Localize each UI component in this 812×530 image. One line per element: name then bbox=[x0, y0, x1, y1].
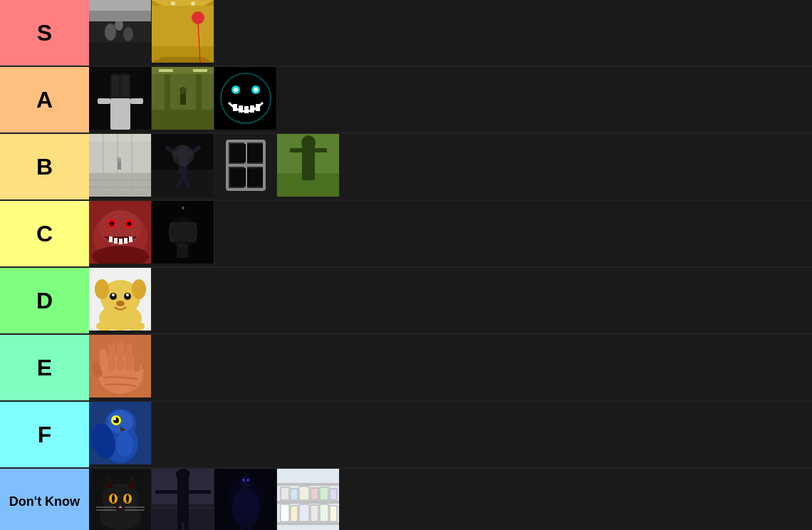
tier-item[interactable] bbox=[89, 402, 152, 464]
svg-rect-118 bbox=[125, 343, 132, 370]
tier-item[interactable] bbox=[89, 134, 152, 197]
svg-point-32 bbox=[179, 87, 187, 94]
tier-items-s bbox=[89, 0, 812, 66]
tier-item[interactable] bbox=[89, 0, 152, 63]
svg-rect-34 bbox=[193, 69, 207, 72]
tier-item[interactable] bbox=[152, 201, 214, 264]
svg-point-13 bbox=[171, 1, 175, 6]
svg-rect-7 bbox=[89, 0, 152, 11]
svg-rect-24 bbox=[130, 98, 143, 104]
tier-item[interactable] bbox=[214, 134, 277, 197]
svg-point-163 bbox=[228, 479, 264, 515]
svg-rect-171 bbox=[311, 488, 318, 500]
svg-rect-117 bbox=[117, 342, 124, 370]
svg-rect-177 bbox=[311, 505, 318, 521]
tier-row-s: S bbox=[0, 0, 812, 67]
svg-point-104 bbox=[95, 279, 109, 299]
svg-point-40 bbox=[254, 88, 258, 92]
svg-point-129 bbox=[116, 432, 133, 457]
svg-rect-33 bbox=[159, 69, 173, 72]
svg-rect-153 bbox=[155, 490, 178, 494]
svg-rect-98 bbox=[177, 240, 188, 258]
image-svg bbox=[214, 469, 277, 530]
svg-point-76 bbox=[301, 135, 316, 150]
svg-point-14 bbox=[191, 1, 195, 6]
svg-rect-75 bbox=[302, 145, 315, 180]
tiermaker-app: TiERMAKER S bbox=[0, 0, 812, 530]
image-svg bbox=[152, 201, 214, 264]
image-svg bbox=[214, 67, 277, 130]
svg-point-128 bbox=[113, 417, 116, 420]
tier-item[interactable] bbox=[89, 67, 152, 130]
tier-item[interactable] bbox=[89, 201, 152, 264]
tier-items-dk bbox=[89, 469, 812, 530]
tier-label-f: F bbox=[0, 402, 89, 467]
svg-rect-2 bbox=[89, 43, 152, 63]
svg-rect-23 bbox=[98, 98, 110, 104]
svg-rect-172 bbox=[320, 487, 328, 500]
svg-point-16 bbox=[192, 11, 204, 24]
svg-rect-22 bbox=[110, 98, 130, 130]
svg-point-150 bbox=[176, 469, 190, 480]
tier-item[interactable] bbox=[89, 469, 152, 530]
tier-label-c: C bbox=[0, 201, 89, 266]
tier-row-a: A bbox=[0, 67, 812, 134]
tier-label-e: E bbox=[0, 335, 89, 400]
tier-item[interactable] bbox=[277, 134, 340, 197]
svg-rect-42 bbox=[239, 105, 243, 113]
tier-label-b: B bbox=[0, 134, 89, 199]
image-svg bbox=[89, 268, 152, 331]
svg-point-4 bbox=[123, 27, 133, 41]
image-svg bbox=[89, 201, 152, 264]
svg-rect-152 bbox=[184, 511, 189, 530]
svg-rect-71 bbox=[230, 168, 246, 187]
svg-point-110 bbox=[116, 301, 125, 306]
tier-items-b bbox=[89, 134, 812, 199]
image-svg bbox=[152, 134, 214, 197]
svg-rect-119 bbox=[134, 350, 140, 372]
image-svg bbox=[89, 469, 152, 530]
svg-rect-168 bbox=[281, 487, 289, 500]
image-svg bbox=[152, 67, 214, 130]
svg-rect-29 bbox=[165, 74, 170, 110]
svg-rect-90 bbox=[129, 237, 132, 242]
tier-item[interactable] bbox=[89, 268, 152, 331]
svg-point-3 bbox=[105, 24, 116, 41]
svg-rect-48 bbox=[89, 134, 152, 141]
tier-row-dk: Don't Know bbox=[0, 469, 812, 530]
svg-rect-89 bbox=[124, 238, 127, 244]
svg-rect-30 bbox=[196, 74, 202, 110]
svg-rect-175 bbox=[291, 506, 298, 521]
svg-rect-45 bbox=[256, 104, 260, 111]
svg-rect-47 bbox=[89, 173, 152, 197]
svg-marker-12 bbox=[152, 57, 214, 63]
image-svg bbox=[277, 469, 340, 530]
tier-row-b: B bbox=[0, 134, 812, 201]
tier-item[interactable] bbox=[89, 335, 152, 398]
svg-rect-159 bbox=[240, 522, 244, 530]
tier-item[interactable] bbox=[277, 469, 340, 530]
svg-rect-116 bbox=[108, 343, 115, 370]
svg-point-39 bbox=[234, 88, 238, 92]
tier-items-a bbox=[89, 67, 812, 132]
tier-item[interactable] bbox=[152, 469, 214, 530]
image-svg bbox=[152, 0, 214, 63]
svg-rect-43 bbox=[244, 106, 249, 113]
svg-point-108 bbox=[112, 293, 115, 296]
tier-item[interactable] bbox=[152, 134, 214, 197]
tier-label-d: D bbox=[0, 268, 89, 333]
tier-label-dk: Don't Know bbox=[0, 469, 89, 530]
svg-rect-151 bbox=[177, 511, 182, 530]
image-svg bbox=[152, 469, 214, 530]
image-svg bbox=[89, 67, 152, 130]
svg-point-84 bbox=[110, 222, 114, 226]
svg-rect-86 bbox=[109, 237, 113, 242]
svg-rect-154 bbox=[188, 490, 211, 494]
svg-point-109 bbox=[126, 293, 129, 296]
svg-rect-88 bbox=[119, 239, 123, 244]
tier-label-a: A bbox=[0, 67, 89, 132]
tier-item[interactable] bbox=[152, 67, 214, 130]
tier-item[interactable] bbox=[214, 469, 277, 530]
tier-item[interactable] bbox=[152, 0, 214, 63]
tier-item[interactable] bbox=[214, 67, 277, 130]
